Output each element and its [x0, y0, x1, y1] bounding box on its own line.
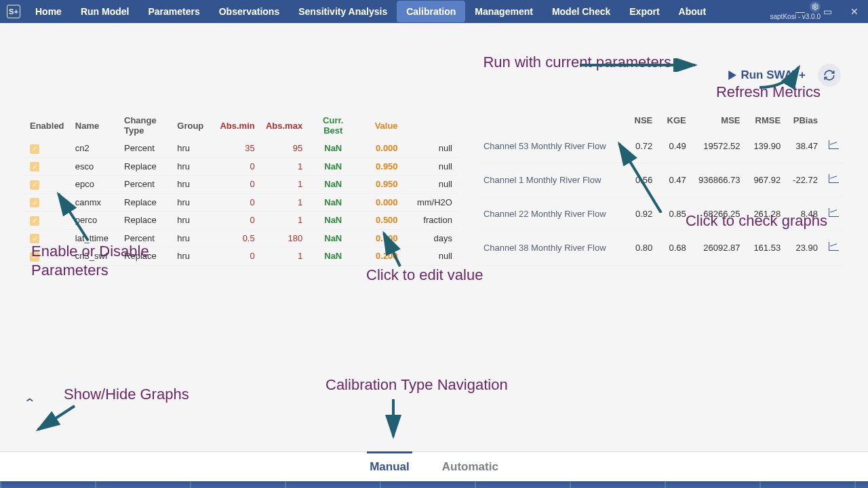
annotation-run-params: Run with current parameters	[483, 53, 671, 72]
param-name: cn3_swf	[70, 247, 119, 266]
param-value[interactable]: 0.000	[358, 140, 403, 157]
metric-row: Channel 53 Monthly River Flow0.720.49195…	[478, 129, 844, 163]
metric-row: Channel 22 Monthly River Flow0.920.85682…	[478, 197, 844, 231]
param-group: hru	[172, 140, 212, 157]
metric-mse: 26092.87	[692, 231, 746, 265]
metric-kge: 0.85	[658, 197, 692, 231]
param-row: ✓escoReplacehru01NaN0.950null	[24, 157, 458, 176]
param-change-type: Percent	[119, 176, 172, 194]
param-unit: mm/H2O	[403, 193, 458, 211]
param-value[interactable]: 0.000	[358, 229, 403, 247]
metric-pbias: -22.72	[786, 163, 823, 197]
nav-item-parameters[interactable]: Parameters	[138, 1, 209, 22]
window-close-icon[interactable]: ✕	[841, 0, 868, 23]
param-value[interactable]: 0.950	[358, 176, 403, 194]
param-absmax: 1	[260, 247, 308, 266]
param-value[interactable]: 0.500	[358, 211, 403, 230]
tab-automatic[interactable]: Automatic	[439, 453, 501, 481]
param-curr-best: NaN	[308, 176, 358, 194]
enable-checkbox[interactable]: ✓	[30, 234, 39, 243]
param-unit: null	[403, 157, 458, 176]
expand-graphs-toggle[interactable]: ⌃	[23, 396, 37, 411]
enable-checkbox[interactable]: ✓	[30, 180, 39, 190]
metric-nse: 0.72	[625, 129, 658, 163]
metric-nse: 0.92	[625, 197, 658, 231]
annotation-show-hide: Show/Hide Graphs	[64, 385, 189, 404]
metric-series: Channel 53 Monthly River Flow	[478, 129, 625, 163]
nav-item-management[interactable]: Management	[465, 1, 542, 22]
param-absmax: 95	[260, 140, 308, 157]
param-group: hru	[172, 157, 212, 176]
param-unit: null	[403, 176, 458, 194]
window-maximize-icon[interactable]: ▭	[814, 0, 841, 23]
nav-item-export[interactable]: Export	[620, 1, 669, 22]
nav-item-run-model[interactable]: Run Model	[71, 1, 139, 22]
enable-checkbox[interactable]: ✓	[30, 252, 39, 262]
param-change-type: Replace	[119, 247, 172, 266]
chart-icon[interactable]	[829, 209, 838, 217]
param-change-type: Replace	[119, 211, 172, 230]
enable-checkbox[interactable]: ✓	[30, 162, 39, 171]
chart-icon[interactable]	[829, 141, 838, 149]
nav-item-sensitivity-analysis[interactable]: Sensitivity Analysis	[289, 1, 397, 22]
param-group: hru	[172, 176, 212, 194]
enable-checkbox[interactable]: ✓	[30, 198, 39, 207]
top-nav-bar: S+ HomeRun ModelParametersObservationsSe…	[0, 0, 868, 23]
param-name: cn2	[70, 140, 119, 157]
annotation-edit-value: Click to edit value	[366, 266, 483, 285]
metrics-table: NSEKGEMSERMSEPBias Channel 53 Monthly Ri…	[478, 111, 844, 266]
param-unit: days	[403, 229, 458, 247]
param-name: canmx	[70, 193, 119, 211]
svg-line-5	[38, 406, 75, 430]
metric-kge: 0.49	[658, 129, 692, 163]
refresh-metrics-button[interactable]	[818, 64, 841, 87]
param-row: ✓lat_ttimePercenthru0.5180NaN0.000days	[24, 229, 458, 247]
app-logo: S+	[7, 5, 20, 18]
nav-item-home[interactable]: Home	[26, 1, 71, 22]
arrow-tab-nav	[380, 396, 407, 443]
metric-row: Channel 38 Monthly River Flow0.800.68260…	[478, 231, 844, 265]
parameters-table: EnabledNameChange TypeGroupAbs.minAbs.ma…	[24, 111, 458, 266]
metric-nse: 0.80	[625, 231, 658, 265]
progress-bar	[0, 481, 868, 488]
param-absmax: 1	[260, 157, 308, 176]
param-absmin: 0	[212, 211, 260, 230]
param-group: hru	[172, 247, 212, 266]
param-name: esco	[70, 157, 119, 176]
param-absmin: 0	[212, 193, 260, 211]
chart-icon[interactable]	[829, 243, 838, 251]
param-value[interactable]: 0.950	[358, 157, 403, 176]
param-change-type: Replace	[119, 193, 172, 211]
chart-icon[interactable]	[829, 175, 838, 183]
metric-mse: 936866.73	[692, 163, 746, 197]
param-row: ✓cn3_swfReplacehru01NaN0.200null	[24, 247, 458, 266]
param-value[interactable]: 0.000	[358, 193, 403, 211]
enable-checkbox[interactable]: ✓	[30, 216, 39, 226]
enable-checkbox[interactable]: ✓	[30, 144, 39, 154]
metric-pbias: 8.48	[786, 197, 823, 231]
param-curr-best: NaN	[308, 140, 358, 157]
param-name: perco	[70, 211, 119, 230]
param-curr-best: NaN	[308, 193, 358, 211]
param-unit: null	[403, 247, 458, 266]
param-change-type: Percent	[119, 229, 172, 247]
param-name: epco	[70, 176, 119, 194]
param-row: ✓epcoPercenthru01NaN0.950null	[24, 176, 458, 194]
metric-rmse: 967.92	[746, 163, 787, 197]
nav-item-about[interactable]: About	[669, 1, 715, 22]
tab-manual[interactable]: Manual	[367, 451, 412, 481]
param-group: hru	[172, 211, 212, 230]
window-minimize-icon[interactable]: —	[787, 0, 814, 23]
nav-item-calibration[interactable]: Calibration	[397, 1, 465, 22]
metric-series: Channel 38 Monthly River Flow	[478, 231, 625, 265]
arrow-run-params	[580, 58, 702, 72]
param-change-type: Percent	[119, 140, 172, 157]
play-icon	[728, 70, 736, 80]
nav-item-model-check[interactable]: Model Check	[542, 1, 620, 22]
param-group: hru	[172, 193, 212, 211]
param-value[interactable]: 0.200	[358, 247, 403, 266]
nav-item-observations[interactable]: Observations	[210, 1, 289, 22]
run-swat-button[interactable]: Run SWAT+	[728, 68, 806, 82]
param-absmin: 35	[212, 140, 260, 157]
calibration-tabs: ManualAutomatic	[0, 451, 868, 481]
